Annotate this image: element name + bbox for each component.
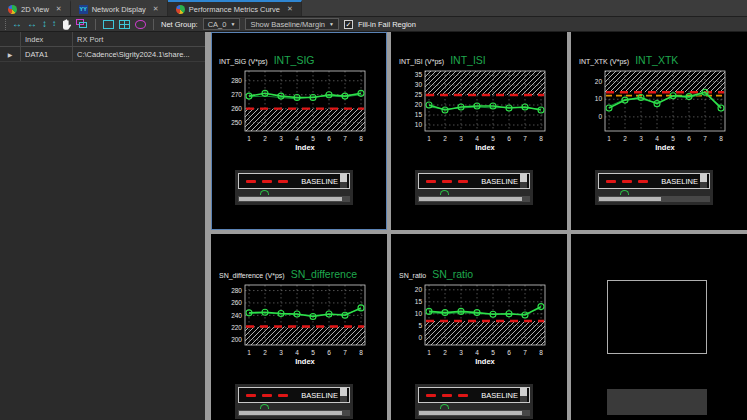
legend-vscrollbar[interactable] (340, 388, 347, 402)
tab-performance-metrics-curve[interactable]: Performance Metrics Curve ✕ (168, 0, 302, 16)
chart-cell-int-sig[interactable]: INT_SIG (V*ps) INT_SIG 25026027028012345… (211, 32, 387, 230)
net-group-select[interactable]: CA_0 ▼ (203, 18, 241, 30)
svg-text:8: 8 (359, 349, 363, 356)
legend-vscrollbar[interactable] (520, 388, 527, 402)
svg-text:4: 4 (295, 135, 299, 142)
pan-up-down-icon[interactable]: ↕ (42, 19, 47, 29)
chart-plot-int-isi: 10152025303512345678Index (399, 68, 549, 162)
svg-text:3: 3 (639, 135, 643, 142)
svg-text:0: 0 (598, 113, 602, 120)
legend-vscrollbar[interactable] (520, 174, 527, 188)
legend-hscrollbar[interactable] (598, 196, 710, 202)
svg-text:270: 270 (231, 91, 242, 98)
chart-axis-label: INT_XTK (V*ps) (579, 58, 629, 65)
tab-label: Network Display (92, 5, 146, 14)
row-marker-header (0, 32, 20, 46)
legend-hscrollbar[interactable] (418, 410, 530, 416)
legend-hscrollbar[interactable] (418, 196, 530, 202)
chart-cell-int-isi[interactable]: INT_ISI (V*ps) INT_ISI 10152025303512345… (391, 32, 567, 230)
ellipse-select-icon[interactable] (135, 20, 146, 29)
chart-grid: INT_SIG (V*ps) INT_SIG 25026027028012345… (211, 32, 747, 420)
column-header-rx-port[interactable]: RX Port (72, 32, 205, 46)
close-icon[interactable]: ✕ (287, 5, 293, 13)
svg-text:3: 3 (459, 135, 463, 142)
fill-fail-region-label: Fill-in Fail Region (358, 20, 416, 29)
svg-text:4: 4 (655, 135, 659, 142)
legend-hscrollbar[interactable] (238, 196, 350, 202)
svg-text:3: 3 (459, 349, 463, 356)
svg-text:8: 8 (539, 135, 543, 142)
svg-text:7: 7 (343, 135, 347, 142)
svg-text:260: 260 (231, 105, 242, 112)
baseline-margin-select[interactable]: Show Baseline/Margin ▼ (245, 18, 339, 30)
baseline-swatch (606, 180, 656, 183)
chart-title: INT_XTK (635, 54, 678, 66)
svg-text:5: 5 (311, 349, 315, 356)
svg-text:2: 2 (263, 349, 267, 356)
svg-text:Index: Index (475, 143, 495, 152)
close-icon[interactable]: ✕ (56, 5, 62, 13)
hand-pan-icon[interactable] (61, 19, 71, 30)
chart-cell-sn-difference[interactable]: SN_difference (V*ps) SN_difference 20022… (211, 234, 387, 420)
column-header-index[interactable]: Index (20, 32, 72, 46)
rect-zoom-icon[interactable] (103, 20, 114, 29)
svg-text:Index: Index (295, 357, 315, 366)
svg-text:7: 7 (523, 135, 527, 142)
empty-chart-cell (571, 234, 747, 420)
svg-text:260: 260 (231, 299, 242, 306)
chart-cell-int-xtk[interactable]: INT_XTK (V*ps) INT_XTK 0102012345678Inde… (571, 32, 747, 230)
svg-text:8: 8 (719, 135, 723, 142)
network-display-icon: YY (79, 5, 88, 14)
svg-text:280: 280 (231, 287, 242, 294)
close-icon[interactable]: ✕ (153, 5, 159, 13)
svg-text:35: 35 (415, 71, 423, 78)
svg-text:6: 6 (327, 349, 331, 356)
svg-text:4: 4 (475, 349, 479, 356)
svg-text:2: 2 (443, 135, 447, 142)
svg-text:6: 6 (687, 135, 691, 142)
series-marker (620, 190, 629, 195)
chevron-down-icon: ▼ (230, 21, 235, 27)
svg-text:1: 1 (427, 135, 431, 142)
legend-hscrollbar[interactable] (238, 410, 350, 416)
svg-text:1: 1 (247, 135, 251, 142)
2d-view-icon (8, 5, 17, 14)
fit-width-icon[interactable]: ↔ (27, 19, 37, 29)
svg-text:200: 200 (231, 336, 242, 343)
performance-metrics-icon (176, 5, 185, 14)
chart-plot-sn-ratio: 0510152012345678Index (399, 282, 549, 376)
empty-plot-frame (607, 280, 707, 354)
series-marker (260, 190, 269, 195)
empty-legend-frame (607, 389, 707, 415)
svg-text:30: 30 (415, 81, 423, 88)
fill-fail-region-checkbox[interactable]: ✓ (344, 20, 353, 29)
fit-all-icon[interactable] (119, 20, 130, 29)
tab-network-display[interactable]: YY Network Display ✕ (71, 0, 168, 16)
tab-label: 2D View (21, 5, 49, 14)
tab-2d-view[interactable]: 2D View ✕ (0, 0, 71, 16)
toolbar-separator (153, 19, 154, 30)
svg-text:20: 20 (595, 78, 603, 85)
chart-legend: BASELINE (595, 170, 713, 205)
svg-text:Index: Index (475, 357, 495, 366)
chart-title: SN_difference (291, 268, 357, 280)
chart-title: INT_ISI (450, 54, 486, 66)
svg-text:3: 3 (279, 349, 283, 356)
series-marker (260, 404, 269, 409)
table-row[interactable]: ▶ DATA1 C:\Cadence\Sigrity2024.1\share..… (0, 47, 205, 62)
legend-label: BASELINE (661, 177, 698, 186)
chart-cell-sn-ratio[interactable]: SN_ratio SN_ratio 0510152012345678Index … (391, 234, 567, 420)
row-marker-icon: ▶ (0, 47, 20, 61)
pan-left-right-icon[interactable]: ↔ (12, 19, 22, 29)
legend-vscrollbar[interactable] (700, 174, 707, 188)
fit-height-icon[interactable]: ↕ (52, 19, 56, 29)
copy-overlay-icon[interactable] (76, 19, 88, 29)
toolbar-separator (95, 19, 96, 30)
svg-text:25: 25 (415, 91, 423, 98)
chart-legend: BASELINE (415, 384, 533, 419)
svg-text:5: 5 (418, 322, 422, 329)
baseline-swatch (246, 394, 296, 397)
legend-vscrollbar[interactable] (340, 174, 347, 188)
chart-plot-int-sig: 25026027028012345678Index (219, 68, 369, 162)
cell-index: DATA1 (20, 47, 72, 61)
